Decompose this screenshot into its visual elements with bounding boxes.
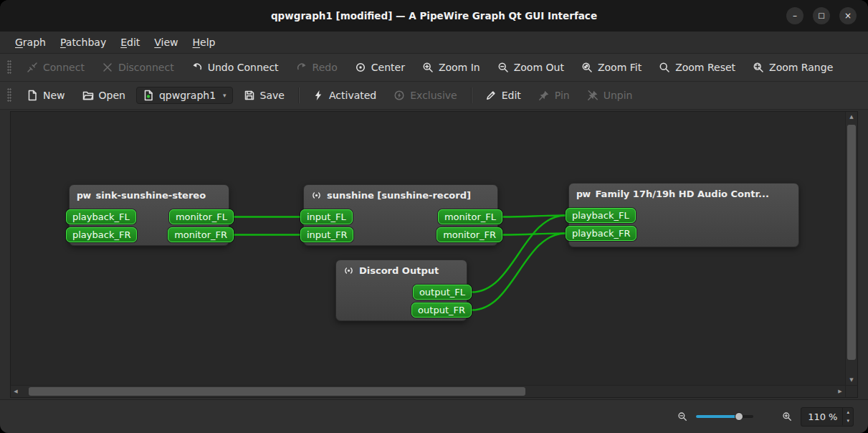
window-controls: – □ × xyxy=(786,0,857,32)
zoom-fit-button[interactable]: Zoom Fit xyxy=(575,58,648,77)
zoom-in-icon xyxy=(782,411,792,422)
maximize-button[interactable]: □ xyxy=(813,7,830,24)
port-playback_FR[interactable]: playback_FR xyxy=(66,227,137,242)
menu-view[interactable]: View xyxy=(148,34,184,50)
graph-toolbar: ConnectDisconnectUndo ConnectRedoCenterZ… xyxy=(0,54,868,82)
disconnect-button: Disconnect xyxy=(95,58,181,77)
center-button[interactable]: Center xyxy=(348,58,411,77)
port-input_FL[interactable]: input_FL xyxy=(300,209,353,224)
vertical-scrollbar[interactable]: ▲ ▼ xyxy=(845,112,857,385)
canvas-frame: pwsink-sunshine-stereoplayback_FLmonitor… xyxy=(10,111,858,398)
undo-connect-button[interactable]: Undo Connect xyxy=(185,58,285,77)
patchbay-combo-button[interactable]: qpwgraph1▾ xyxy=(136,87,233,104)
titlebar[interactable]: qpwgraph1 [modified] — A PipeWire Graph … xyxy=(0,0,868,32)
scrollbar-corner xyxy=(845,386,857,397)
menu-graph[interactable]: Graph xyxy=(9,34,52,50)
scroll-down-icon: ▼ xyxy=(849,377,853,383)
toolbar-grip[interactable] xyxy=(7,60,11,75)
node-family-hd-audio[interactable]: pwFamily 17h/19h HD Audio Contr...playba… xyxy=(568,183,799,247)
save-button[interactable]: Save xyxy=(237,86,291,105)
port-playback_FR[interactable]: playback_FR xyxy=(566,226,636,241)
zoom-value: 110 % xyxy=(807,411,837,422)
exclusive-icon xyxy=(394,90,405,101)
open-label: Open xyxy=(99,90,125,101)
center-label: Center xyxy=(371,62,405,73)
statusbar: 110 % ▴ ▾ xyxy=(0,399,868,433)
new-button[interactable]: New xyxy=(20,86,72,105)
redo-icon xyxy=(296,62,307,73)
connect-label: Connect xyxy=(43,62,85,73)
port-monitor_FL[interactable]: monitor_FL xyxy=(438,209,502,224)
toolbar-grip[interactable] xyxy=(7,88,11,103)
open-folder-icon xyxy=(82,90,94,101)
scroll-left-button[interactable]: ◀ xyxy=(11,386,21,397)
port-monitor_FL[interactable]: monitor_FL xyxy=(169,209,234,224)
port-monitor_FR[interactable]: monitor_FR xyxy=(168,227,234,242)
menu-edit[interactable]: Edit xyxy=(114,34,146,50)
redo-button: Redo xyxy=(290,58,344,77)
chevron-down-icon: ▾ xyxy=(223,92,226,99)
scroll-right-button[interactable]: ▶ xyxy=(835,386,845,397)
menu-help[interactable]: Help xyxy=(186,34,222,50)
audio-device-icon xyxy=(343,265,354,276)
zoom-reset-button[interactable]: Zoom Reset xyxy=(652,58,742,77)
save-icon xyxy=(244,90,255,101)
toolbar-separator xyxy=(298,87,299,103)
zoom-reset-label: Zoom Reset xyxy=(675,62,735,73)
scroll-down-button[interactable]: ▼ xyxy=(846,375,857,385)
undo-connect-label: Undo Connect xyxy=(208,62,279,73)
exclusive-button: Exclusive xyxy=(387,86,463,105)
edit-button[interactable]: Edit xyxy=(479,86,528,105)
open-button[interactable]: Open xyxy=(76,86,132,105)
zoom-slider-handle[interactable] xyxy=(735,412,743,421)
horizontal-scrollbar-track[interactable] xyxy=(21,386,835,397)
spin-arrows: ▴ ▾ xyxy=(842,408,853,425)
zoom-in-button[interactable]: Zoom In xyxy=(416,58,487,77)
zoom-range-button[interactable]: Zoom Range xyxy=(746,58,839,77)
port-playback_FL[interactable]: playback_FL xyxy=(66,209,136,224)
scroll-up-button[interactable]: ▲ xyxy=(846,112,857,122)
activated-label: Activated xyxy=(329,90,376,101)
port-playback_FL[interactable]: playback_FL xyxy=(566,208,636,223)
zoom-in-label: Zoom In xyxy=(439,62,480,73)
port-monitor_FR[interactable]: monitor_FR xyxy=(437,227,502,242)
connect-button: Connect xyxy=(20,58,91,77)
node-title: sink-sunshine-stereo xyxy=(96,190,206,201)
zoom-spinbox[interactable]: 110 % ▴ ▾ xyxy=(801,407,854,427)
spin-down-button[interactable]: ▾ xyxy=(843,417,853,425)
graph-canvas[interactable]: pwsink-sunshine-stereoplayback_FLmonitor… xyxy=(11,112,845,385)
zoom-slider[interactable] xyxy=(696,411,753,422)
vertical-scrollbar-track[interactable] xyxy=(846,122,857,375)
node-sunshine[interactable]: sunshine [sunshine-record]input_FLmonito… xyxy=(303,184,498,246)
new-label: New xyxy=(43,90,65,101)
horizontal-scrollbar[interactable]: ◀ ▶ xyxy=(11,386,845,397)
unpin-label: Unpin xyxy=(604,90,633,101)
connections-layer xyxy=(11,112,845,385)
port-output_FR[interactable]: output_FR xyxy=(411,303,472,318)
menu-patchbay[interactable]: Patchbay xyxy=(54,34,113,50)
port-output_FL[interactable]: output_FL xyxy=(413,285,472,300)
node-sink-sunshine-stereo[interactable]: pwsink-sunshine-stereoplayback_FLmonitor… xyxy=(69,184,229,246)
zoom-out-icon xyxy=(677,411,687,422)
node-title: Family 17h/19h HD Audio Contr... xyxy=(596,189,769,199)
zoom-out-button[interactable]: Zoom Out xyxy=(491,58,571,77)
disconnect-icon xyxy=(102,62,113,73)
scroll-up-icon: ▲ xyxy=(849,114,853,120)
edit-icon xyxy=(485,90,497,101)
zoom-fit-icon xyxy=(581,62,593,73)
activated-button[interactable]: Activated xyxy=(306,86,383,105)
activated-icon xyxy=(313,90,324,101)
pipewire-icon: pw xyxy=(576,189,591,199)
spin-up-button[interactable]: ▴ xyxy=(843,408,853,417)
close-button[interactable]: × xyxy=(839,7,857,24)
file-toolbar: NewOpenqpwgraph1▾SaveActivatedExclusiveE… xyxy=(0,82,868,110)
node-discord-output[interactable]: Discord Outputoutput_FLoutput_FR xyxy=(335,260,467,321)
horizontal-scrollbar-thumb[interactable] xyxy=(29,387,525,396)
unpin-button: Unpin xyxy=(581,86,639,105)
edit-label: Edit xyxy=(502,90,521,101)
minimize-button[interactable]: – xyxy=(786,7,803,24)
vertical-scrollbar-thumb[interactable] xyxy=(847,125,856,360)
maximize-icon: □ xyxy=(818,12,824,19)
menubar: GraphPatchbayEditViewHelp xyxy=(0,32,868,54)
port-input_FR[interactable]: input_FR xyxy=(300,227,353,242)
